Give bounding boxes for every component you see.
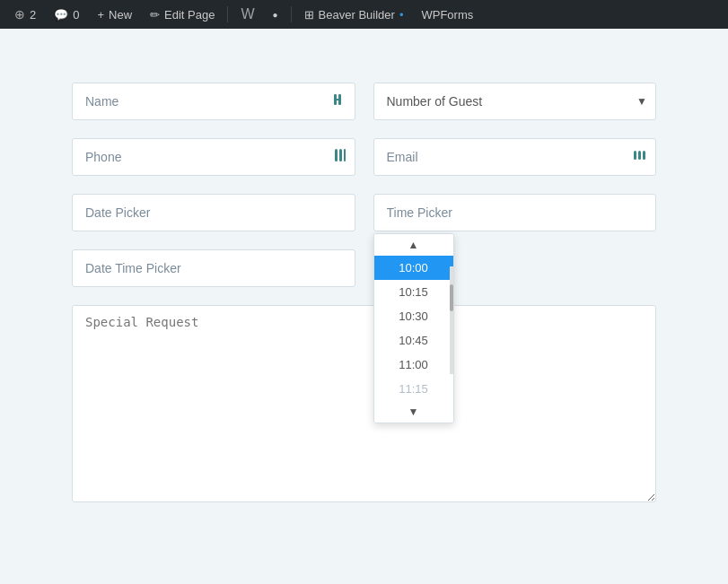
admin-bar-new[interactable]: + New: [90, 0, 139, 29]
email-field: [373, 138, 657, 176]
email-field-icon: [633, 148, 647, 166]
svg-rect-6: [634, 151, 636, 160]
name-field-icon: [332, 92, 346, 110]
form-row-1: Number of Guest 123456+ ▼: [72, 83, 656, 120]
svg-rect-2: [334, 99, 341, 100]
time-item-1100[interactable]: 11:00: [374, 353, 453, 377]
special-request-field: [72, 305, 656, 506]
phone-field: [72, 138, 355, 176]
admin-bar-circle[interactable]: ●: [266, 0, 285, 29]
beaver-grid-icon: ⊞: [304, 8, 314, 22]
time-picker-dropdown: ▲ 10:00 10:15 10:30 10:45 11:00 11:15 ▼: [373, 233, 454, 423]
time-item-1015[interactable]: 10:15: [374, 280, 453, 304]
name-field: [72, 83, 355, 120]
special-request-textarea[interactable]: [72, 305, 656, 502]
separator-1: [227, 6, 228, 22]
guest-count-field: Number of Guest 123456+ ▼: [373, 83, 657, 120]
phone-input[interactable]: [72, 138, 355, 176]
svg-rect-5: [344, 149, 346, 161]
circle-icon: ●: [273, 10, 278, 20]
admin-bar-wp-icon[interactable]: W: [233, 0, 261, 29]
wp-logo-icon: ⊕: [14, 7, 25, 22]
form-row-2: [72, 138, 656, 176]
time-picker-input[interactable]: [373, 194, 657, 231]
admin-bar-count: 2: [30, 8, 36, 22]
admin-bar-beaver[interactable]: ⊞ Beaver Builder •: [297, 0, 411, 29]
form-row-5: [72, 305, 656, 506]
comment-icon: 💬: [54, 8, 68, 22]
admin-bar-wp-logo[interactable]: ⊕ 2: [7, 0, 43, 29]
admin-bar-wpforms[interactable]: WPForms: [414, 0, 480, 29]
time-picker-scrollbar: [450, 266, 453, 374]
time-picker-field: ▲ 10:00 10:15 10:30 10:45 11:00 11:15 ▼: [373, 194, 657, 231]
beaver-badge: •: [399, 8, 404, 22]
date-picker-input[interactable]: [72, 194, 355, 231]
svg-rect-7: [638, 151, 641, 160]
admin-bar-edit-page[interactable]: ✏ Edit Page: [143, 0, 222, 29]
guest-count-select[interactable]: Number of Guest 123456+: [373, 83, 657, 120]
time-item-1030[interactable]: 10:30: [374, 304, 453, 328]
time-picker-up-arrow[interactable]: ▲: [374, 234, 453, 256]
separator-2: [291, 6, 292, 22]
time-picker-down-arrow[interactable]: ▼: [374, 401, 453, 423]
phone-field-icon: [334, 148, 346, 166]
time-picker-scrollbar-thumb: [450, 284, 453, 311]
form-row-4: [72, 249, 656, 287]
admin-bar-comments[interactable]: 💬 0: [47, 0, 86, 29]
admin-bar: ⊕ 2 💬 0 + New ✏ Edit Page W ● ⊞ Beaver B…: [0, 0, 728, 29]
svg-rect-4: [339, 149, 342, 161]
plus-icon: +: [97, 8, 104, 22]
svg-rect-8: [643, 151, 645, 160]
svg-rect-3: [335, 149, 338, 161]
form-row-3: ▲ 10:00 10:15 10:30 10:45 11:00 11:15 ▼: [72, 194, 656, 231]
date-time-picker-input[interactable]: [72, 249, 355, 287]
date-time-picker-field: [72, 249, 355, 287]
main-content: Number of Guest 123456+ ▼: [0, 29, 728, 584]
time-item-1000[interactable]: 10:00: [374, 256, 453, 280]
time-picker-list: 10:00 10:15 10:30 10:45 11:00 11:15: [374, 256, 453, 401]
name-input[interactable]: [72, 83, 355, 120]
time-item-1115[interactable]: 11:15: [374, 377, 453, 401]
email-input[interactable]: [373, 138, 657, 176]
date-picker-field: [72, 194, 355, 231]
form-grid: Number of Guest 123456+ ▼: [72, 83, 656, 506]
edit-icon: ✏: [150, 8, 160, 22]
wordpress-icon: W: [241, 6, 254, 22]
time-item-1045[interactable]: 10:45: [374, 328, 453, 353]
